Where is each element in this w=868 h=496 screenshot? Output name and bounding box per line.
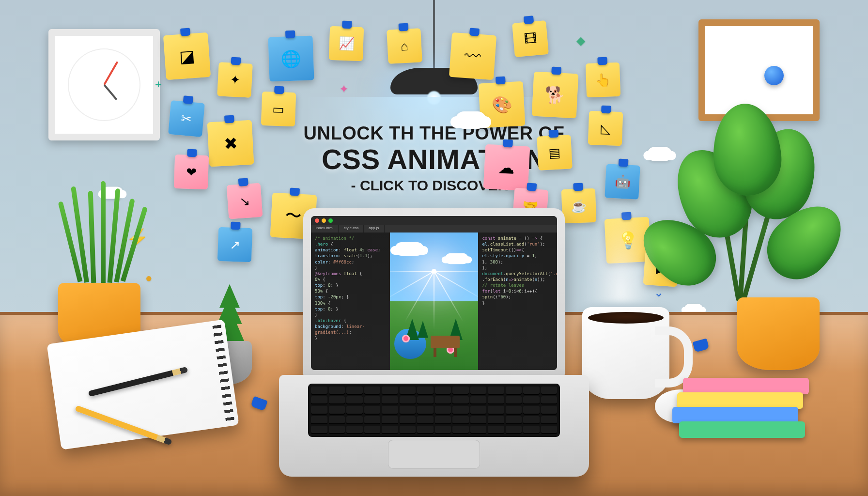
wall-clock-frame <box>48 29 160 140</box>
code-pane-left: /* animation */.hero { animation: float … <box>311 232 390 370</box>
large-plant <box>660 118 834 302</box>
heart-icon: ❤ <box>186 164 197 180</box>
laptop: index.html style.css app.js /* animation… <box>279 208 589 477</box>
clock-hand-hour <box>103 84 117 100</box>
sticky-note: ↘ <box>227 183 263 219</box>
editor-tab: index.html <box>311 225 339 232</box>
globe-icon: 🌐 <box>280 48 301 68</box>
arrow-icon: ↘ <box>239 193 250 209</box>
sticky-note: ▭ <box>261 92 296 126</box>
clock-hand-minute <box>103 61 118 85</box>
cursor-icon: ↗ <box>229 237 240 252</box>
book <box>679 421 805 438</box>
window-dot-yellow <box>322 218 326 223</box>
headline-line1: UNLOCK TH THE POWER OF <box>304 124 565 143</box>
sticky-note: ◺ <box>588 111 623 146</box>
plus-icon: + <box>155 78 162 91</box>
palette-icon: 🎨 <box>491 94 512 115</box>
sticky-note: 📈 <box>329 26 364 61</box>
sticky-note: 〰 <box>449 32 496 80</box>
book <box>683 378 809 394</box>
sticky-note: 🤖 <box>604 164 640 200</box>
cloud-decoration <box>102 186 124 199</box>
bulb-icon: 💡 <box>617 230 638 250</box>
clock-face <box>68 48 140 121</box>
preview-pane <box>390 232 479 370</box>
sticky-note: ⌂ <box>387 28 422 64</box>
sticky-note: 🌐 <box>268 35 314 81</box>
coin-icon: ● <box>145 271 153 285</box>
code-pane-right: const animate = () => { el.classList.add… <box>478 232 557 370</box>
cross-icon: ✖ <box>223 133 238 153</box>
laptop-keyboard <box>308 384 560 437</box>
sticky-note: ✖ <box>207 120 254 167</box>
chart-icon: 📈 <box>338 36 354 51</box>
book-stack <box>674 380 800 438</box>
lamp-bulb <box>427 91 441 105</box>
book <box>677 392 803 409</box>
bolt-icon: ⚡ <box>126 228 149 249</box>
sticky-note: ❤ <box>174 155 209 189</box>
editor-tabs: index.html style.css app.js <box>311 225 557 232</box>
window-icon: ▭ <box>272 101 285 117</box>
sticky-note: ✂ <box>168 100 205 137</box>
lamp-wire <box>434 0 435 73</box>
sticky-note: 🐕 <box>532 72 579 119</box>
dog-icon: 🐕 <box>544 85 566 105</box>
diamond-icon: ◆ <box>576 34 585 47</box>
window-dot-red <box>315 218 319 223</box>
film-icon: 🎞 <box>524 31 538 46</box>
callout-icon: ⌂ <box>400 38 408 54</box>
laptop-base <box>279 375 589 477</box>
cube-icon: ◪ <box>179 46 196 66</box>
wall-art-frame <box>698 19 820 121</box>
cloud-decoration <box>455 111 486 129</box>
picnic-table <box>431 336 460 348</box>
editor-body: /* animation */.hero { animation: float … <box>311 232 557 370</box>
sticky-note: ↗ <box>217 227 252 262</box>
hand-icon: 👆 <box>595 72 611 88</box>
sticky-note: ◪ <box>163 32 211 80</box>
window-dot-green <box>328 218 333 223</box>
book <box>672 407 798 423</box>
sticky-note: 👆 <box>586 62 620 97</box>
laptop-trackpad <box>388 440 480 469</box>
editor-tab: style.css <box>339 225 364 232</box>
plant-pot-right <box>737 297 820 370</box>
coffee-liquid <box>588 312 664 324</box>
scissors-icon: ✂ <box>181 111 193 127</box>
editor-titlebar <box>311 216 557 225</box>
sparkle-icon: ✦ <box>339 82 349 96</box>
art-blue-sphere <box>764 66 784 85</box>
bot-icon: 🤖 <box>614 174 631 190</box>
sticky-note: ▤ <box>537 135 573 170</box>
scribble-icon: 〰 <box>464 46 482 66</box>
sparkle-icon: ✦ <box>229 72 241 88</box>
layers-icon: ▤ <box>548 145 561 160</box>
sticky-note: ✦ <box>217 62 253 98</box>
laptop-screen-shell: index.html style.css app.js /* animation… <box>303 208 565 378</box>
editor-tab: app.js <box>364 225 384 232</box>
laptop-screen: index.html style.css app.js /* animation… <box>311 216 557 370</box>
sticky-note: ☁ <box>483 144 530 191</box>
sticky-note: 🎞 <box>512 20 549 57</box>
cloud-icon: ☁ <box>498 157 515 178</box>
coffee-mug <box>582 307 669 399</box>
triangle-icon: ◺ <box>600 121 610 136</box>
workspace-illustration: UNLOCK TH THE POWER OF CSS ANIMATION - C… <box>0 0 868 496</box>
